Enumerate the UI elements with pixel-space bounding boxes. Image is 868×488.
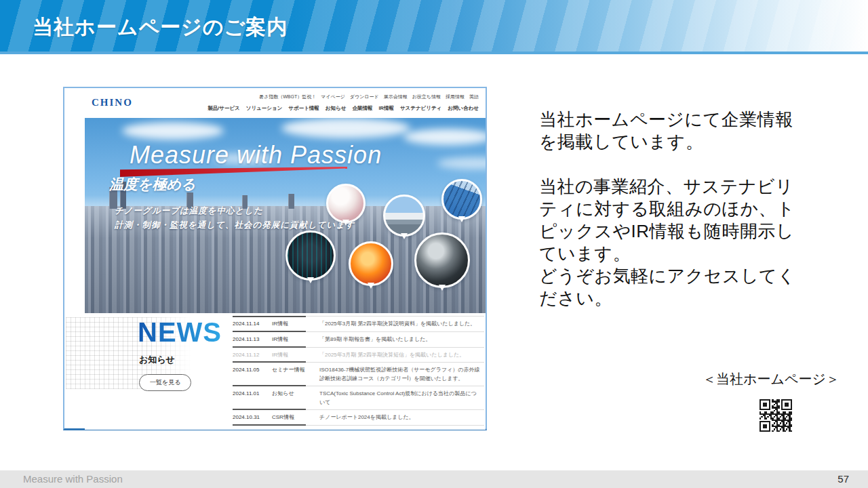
nav-item[interactable]: 展示会情報 [384, 94, 408, 100]
description-text: 当社ホームページにて企業情報を掲載しています。当社の事業紹介、サステナビリティに… [539, 108, 805, 310]
nav-item[interactable]: お知らせ [326, 105, 347, 112]
news-row[interactable]: 2024.10.31 CSR情報 チノーレポート2024を掲載しました。 [233, 410, 484, 426]
news-category: CSR情報 [272, 413, 319, 422]
news-row[interactable]: 2024.11.12 IR情報 「2025年3月期 第2四半期決算短信」を掲載い… [233, 348, 484, 363]
description-line: ださい。 [539, 287, 805, 310]
page-number: 57 [837, 470, 849, 488]
footer-brand: Measure with Passion [23, 470, 123, 488]
news-row[interactable]: 2024.11.14 IR情報 「2025年3月期 第2四半期決算説明資料」を掲… [233, 316, 484, 332]
news-row[interactable]: 2024.11.05 セミナー情報 ISO18436-7機械状態監視診断技術者（… [233, 363, 484, 386]
slide-header-bar: 当社ホームページのご案内 [0, 0, 868, 54]
description-line: どうぞお気軽にアクセスしてく [539, 265, 805, 287]
bubble-pharmaceutical-image [326, 184, 366, 223]
news-heading: NEWS [138, 317, 222, 348]
news-category: IR情報 [272, 320, 319, 329]
news-title[interactable]: 「2025年3月期 第2四半期決算短信」を掲載いたしました。 [319, 351, 484, 360]
nav-item[interactable]: 採用情報 [446, 94, 465, 100]
building-shape [288, 194, 294, 209]
nav-item[interactable]: ソリューション [246, 105, 283, 112]
cloud-shape [281, 118, 410, 138]
bubble-circuit-board-image [285, 230, 336, 281]
cloud-shape [403, 129, 486, 145]
site-nav-main: 製品/サービスソリューションサポート情報お知らせ企業情報IR情報サステナビリティ… [208, 105, 479, 112]
news-title[interactable]: TSCA(Toxic Substance Control Act)規制における当… [319, 390, 484, 407]
description-line [539, 153, 805, 176]
description-line: ティに対する取組みのほか、ト [539, 198, 805, 220]
news-date: 2024.11.05 [233, 366, 272, 383]
bubble-engine-image [414, 232, 470, 288]
news-title[interactable]: 「2025年3月期 第2四半期決算説明資料」を掲載いたしました。 [319, 320, 484, 329]
nav-item[interactable]: サポート情報 [288, 105, 319, 112]
page-title: 当社ホームページのご案内 [33, 0, 288, 54]
nav-item[interactable]: 企業情報 [352, 105, 372, 112]
hero-image: Measure with Passion 温度を極める チノーグループは温度を中… [85, 118, 486, 313]
nav-item[interactable]: お役立ち情報 [412, 94, 441, 100]
news-date: 2024.11.13 [233, 336, 272, 344]
news-date: 2024.11.14 [233, 320, 272, 329]
qr-code-image [760, 399, 792, 432]
description-line: を掲載しています。 [539, 131, 805, 153]
description-line: ています。 [539, 243, 805, 265]
description-line: 当社の事業紹介、サステナビリ [539, 176, 805, 198]
cloud-shape [437, 157, 486, 169]
nav-item[interactable]: 製品/サービス [208, 105, 240, 112]
cloud-shape [122, 122, 224, 140]
nav-item[interactable]: IR情報 [378, 105, 394, 112]
qr-label: ＜当社ホームページ＞ [703, 370, 840, 388]
news-subheading: お知らせ [139, 354, 175, 366]
nav-item[interactable]: 英語 [469, 94, 479, 100]
website-screenshot: CHINO 暑さ指数（WBGT）監視！マイページダウンロード展示会情報お役立ち情… [63, 87, 487, 430]
chino-logo[interactable]: CHINO [92, 97, 133, 108]
news-category: IR情報 [272, 351, 319, 360]
news-category: セミナー情報 [272, 366, 319, 383]
site-nav-top: 暑さ指数（WBGT）監視！マイページダウンロード展示会情報お役立ち情報採用情報英… [259, 94, 479, 100]
slide-footer-bar: Measure with Passion 57 [0, 470, 868, 488]
hero-subheadline: 温度を極める [109, 175, 195, 194]
hero-tagline-line1: チノーグループは温度を中心とした [115, 205, 263, 217]
news-section: NEWS お知らせ 一覧を見る 2024.11.14 IR情報 「2025年3月… [85, 313, 486, 430]
hero-tagline-line2: 計測・制御・監視を通して、社会の発展に貢献しています [115, 220, 355, 231]
nav-item[interactable]: ダウンロード [350, 94, 379, 100]
news-category: お知らせ [272, 390, 319, 407]
description-line: 当社ホームページにて企業情報 [539, 108, 805, 131]
news-view-all-button[interactable]: 一覧を見る [139, 374, 191, 391]
bubble-truck-image [383, 195, 425, 237]
news-date: 2024.11.12 [233, 351, 272, 360]
news-table: 2024.11.14 IR情報 「2025年3月期 第2四半期決算説明資料」を掲… [233, 316, 484, 426]
news-title[interactable]: チノーレポート2024を掲載しました。 [319, 413, 484, 422]
hero-headline: Measure with Passion [130, 141, 382, 169]
nav-item[interactable]: 暑さ指数（WBGT）監視！ [259, 94, 316, 100]
nav-item[interactable]: マイページ [321, 94, 345, 100]
news-row[interactable]: 2024.11.13 IR情報 「第89期 半期報告書」を掲載いたしました。 [233, 332, 484, 348]
news-date: 2024.10.31 [233, 413, 272, 422]
news-row[interactable]: 2024.11.01 お知らせ TSCA(Toxic Substance Con… [233, 386, 484, 410]
nav-item[interactable]: サステナビリティ [400, 105, 441, 112]
news-category: IR情報 [272, 336, 319, 344]
bubble-solar-panel-image [441, 179, 482, 220]
qr-code-svg [760, 399, 792, 432]
presentation-slide: 当社ホームページのご案内 CHINO 暑さ指数（WBGT）監視！マイページダウン… [0, 0, 868, 488]
news-date: 2024.11.01 [233, 390, 272, 407]
site-header: CHINO 暑さ指数（WBGT）監視！マイページダウンロード展示会情報お役立ち情… [64, 88, 486, 118]
news-title[interactable]: 「第89期 半期報告書」を掲載いたしました。 [319, 336, 484, 344]
nav-item[interactable]: お問い合わせ [448, 105, 479, 112]
bubble-steel-furnace-image [349, 241, 393, 286]
description-line: ピックスやIR情報も随時開示し [539, 220, 805, 243]
news-title[interactable]: ISO18436-7機械状態監視診断技術者（サーモグラフィ）の赤外線診断技術者訓… [319, 366, 484, 383]
